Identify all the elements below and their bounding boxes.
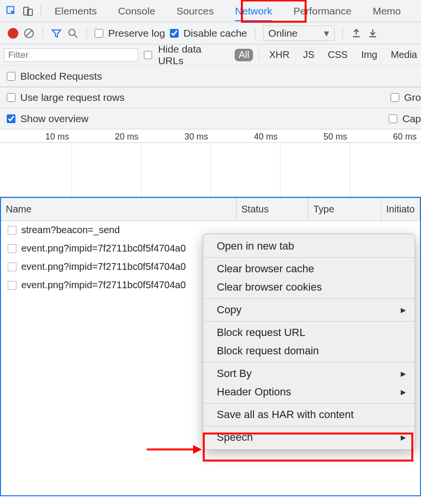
devtools-tabs-bar: Elements Console Sources Network Perform… [0, 0, 421, 22]
ctx-separator [203, 321, 415, 322]
column-header-type[interactable]: Type [309, 198, 381, 221]
group-checkbox[interactable] [391, 93, 399, 102]
record-button[interactable] [8, 28, 18, 39]
capture-checkbox[interactable] [389, 114, 397, 123]
download-har-icon[interactable] [367, 28, 379, 39]
submenu-arrow-icon: ▶ [401, 434, 406, 441]
blocked-requests-checkbox[interactable] [7, 72, 15, 81]
row-icon [8, 244, 16, 253]
preserve-log-label: Preserve log [108, 28, 165, 39]
ctx-clear-cookies[interactable]: Clear browser cookies [203, 278, 415, 296]
network-toolbar: Preserve log Disable cache Online ▾ [0, 22, 421, 44]
svg-line-6 [74, 35, 77, 38]
row-icon [8, 281, 16, 290]
filter-pill-all[interactable]: All [235, 49, 253, 61]
filter-row: Hide data URLs All XHR JS CSS Img Media [0, 44, 421, 66]
row-icon [8, 226, 16, 235]
request-name: event.png?impid=7f2711bc0f5f4704a0 [21, 261, 186, 272]
svg-line-4 [26, 30, 32, 36]
hide-data-urls-label: Hide data URLs [158, 43, 229, 67]
overview-label: Show overview [20, 113, 88, 125]
large-rows-label: Use large request rows [20, 92, 125, 103]
ctx-save-har[interactable]: Save all as HAR with content [203, 406, 415, 424]
preserve-log-checkbox[interactable] [95, 29, 103, 38]
divider [41, 5, 41, 17]
option-row-blocked: Blocked Requests [0, 66, 421, 87]
timeline-tick: 40 ms [254, 132, 278, 142]
submenu-arrow-icon: ▶ [401, 370, 406, 378]
ctx-open-new-tab[interactable]: Open in new tab [203, 237, 415, 255]
capture-label: Cap [402, 113, 421, 125]
annotation-arrow-icon [145, 442, 203, 457]
large-rows-checkbox[interactable] [7, 93, 15, 102]
divider [259, 50, 259, 60]
ctx-sort-by[interactable]: Sort By▶ [203, 364, 415, 383]
submenu-arrow-icon: ▶ [401, 388, 406, 396]
tab-performance[interactable]: Performance [283, 0, 362, 22]
ctx-block-domain[interactable]: Block request domain [203, 342, 415, 360]
timeline-overview[interactable]: 10 ms 20 ms 30 ms 40 ms 50 ms 60 ms [0, 129, 421, 197]
tab-network[interactable]: Network [225, 0, 283, 22]
blocked-requests-label: Blocked Requests [20, 70, 102, 82]
timeline-tick: 10 ms [45, 132, 69, 142]
request-name: event.png?impid=7f2711bc0f5f4704a0 [21, 243, 186, 254]
column-header-initiator[interactable]: Initiato [381, 198, 420, 221]
row-icon [8, 263, 16, 271]
divider [42, 28, 43, 39]
tab-console[interactable]: Console [108, 0, 166, 22]
ctx-copy[interactable]: Copy▶ [203, 301, 415, 319]
upload-har-icon[interactable] [351, 28, 362, 39]
clear-icon[interactable] [23, 28, 35, 39]
ctx-separator [203, 426, 415, 426]
timeline-tick: 50 ms [323, 132, 347, 142]
filter-pill-xhr[interactable]: XHR [265, 49, 293, 61]
timeline-tick: 30 ms [184, 132, 208, 142]
svg-point-5 [69, 29, 75, 35]
context-menu: Open in new tab Clear browser cache Clea… [203, 234, 415, 450]
divider [255, 28, 255, 39]
option-row-large-rows: Use large request rows Gro [0, 87, 421, 108]
ctx-separator [203, 257, 415, 258]
ctx-separator [203, 298, 415, 299]
request-name: event.png?impid=7f2711bc0f5f4704a0 [21, 280, 186, 291]
disable-cache-label: Disable cache [183, 28, 247, 39]
filter-input[interactable] [4, 48, 138, 62]
option-row-overview: Show overview Cap [0, 108, 421, 129]
timeline-tick: 20 ms [115, 132, 139, 142]
divider [342, 28, 343, 39]
device-toolbar-icon[interactable] [21, 4, 35, 18]
submenu-arrow-icon: ▶ [401, 306, 406, 314]
filter-pill-css[interactable]: CSS [324, 49, 351, 61]
tab-sources[interactable]: Sources [166, 0, 225, 22]
ctx-block-url[interactable]: Block request URL [203, 323, 415, 342]
disable-cache-checkbox[interactable] [170, 29, 179, 38]
group-label: Gro [404, 92, 421, 103]
ctx-speech[interactable]: Speech▶ [203, 428, 415, 447]
filter-pill-img[interactable]: Img [357, 49, 381, 61]
overview-checkbox[interactable] [7, 114, 15, 123]
timeline-ruler: 10 ms 20 ms 30 ms 40 ms 50 ms 60 ms [0, 129, 421, 143]
request-name: stream?beacon=_send [21, 224, 120, 236]
hide-data-urls-checkbox[interactable] [144, 51, 153, 59]
ctx-clear-cache[interactable]: Clear browser cache [203, 260, 415, 278]
column-header-name[interactable]: Name [1, 198, 237, 221]
ctx-separator [203, 403, 415, 404]
search-icon[interactable] [67, 28, 79, 39]
tab-elements[interactable]: Elements [44, 0, 108, 22]
filter-pill-js[interactable]: JS [299, 49, 318, 61]
ctx-header-options[interactable]: Header Options▶ [203, 383, 415, 401]
column-header-status[interactable]: Status [237, 198, 309, 221]
throttling-select[interactable]: Online ▾ [263, 26, 335, 41]
ctx-separator [203, 362, 415, 363]
divider [86, 28, 87, 39]
tab-memory[interactable]: Memo [362, 0, 411, 22]
filter-pill-media[interactable]: Media [387, 49, 421, 61]
timeline-tick: 60 ms [393, 132, 417, 142]
table-header-row: Name Status Type Initiato [1, 198, 420, 221]
inspect-element-icon[interactable] [5, 4, 18, 18]
filter-icon[interactable] [51, 28, 62, 39]
